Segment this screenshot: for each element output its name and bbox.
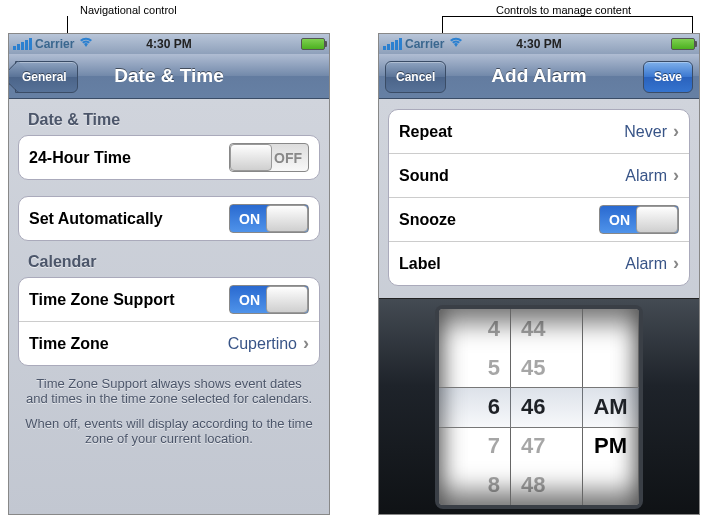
status-time: 4:30 PM (379, 37, 699, 51)
status-bar: Carrier 4:30 PM (379, 34, 699, 54)
row-value: Alarm (625, 167, 667, 185)
footer-text-1: Time Zone Support always shows event dat… (18, 366, 320, 416)
toggle-tz-support[interactable]: ON (229, 285, 309, 314)
row-label: Label (399, 255, 625, 273)
row-snooze[interactable]: Snooze ON (389, 198, 689, 242)
row-sound[interactable]: Sound Alarm › (389, 154, 689, 198)
annotation-right: Controls to manage content (496, 4, 631, 16)
status-time: 4:30 PM (9, 37, 329, 51)
row-time-zone[interactable]: Time Zone Cupertino › (19, 322, 319, 365)
section-header-calendar: Calendar (18, 241, 320, 277)
chevron-right-icon: › (673, 121, 679, 142)
row-label-alarm[interactable]: Label Alarm › (389, 242, 689, 285)
picker-col-hour[interactable]: 4 5 6 7 8 (439, 309, 511, 505)
row-label: 24-Hour Time (29, 149, 229, 167)
row-label: Sound (399, 167, 625, 185)
chevron-right-icon: › (673, 253, 679, 274)
row-label: Set Automatically (29, 210, 229, 228)
back-button[interactable]: General (15, 61, 78, 93)
row-value: Never (624, 123, 667, 141)
row-time-zone-support[interactable]: Time Zone Support ON (19, 278, 319, 322)
annotation-left: Navigational control (80, 4, 177, 16)
toggle-24-hour[interactable]: OFF (229, 143, 309, 172)
picker-col-minute[interactable]: 44 45 46 47 48 (511, 309, 583, 505)
chevron-right-icon: › (303, 333, 309, 354)
phone-add-alarm: Carrier 4:30 PM Cancel Add Alarm Save Re… (378, 33, 700, 515)
page-title: Add Alarm (491, 65, 586, 87)
row-set-automatically[interactable]: Set Automatically ON (19, 197, 319, 240)
picker-col-ampm[interactable]: AM PM (583, 309, 639, 505)
nav-bar: General Date & Time (9, 54, 329, 99)
page-title: Date & Time (114, 65, 223, 87)
content-area: Repeat Never › Sound Alarm › Snooze ON L… (379, 99, 699, 515)
battery-icon (671, 38, 695, 50)
row-label: Time Zone Support (29, 291, 229, 309)
nav-bar: Cancel Add Alarm Save (379, 54, 699, 99)
row-repeat[interactable]: Repeat Never › (389, 110, 689, 154)
row-24-hour-time[interactable]: 24-Hour Time OFF (19, 136, 319, 179)
toggle-snooze[interactable]: ON (599, 205, 679, 234)
cancel-button[interactable]: Cancel (385, 61, 446, 93)
footer-text-2: When off, events will display according … (18, 416, 320, 456)
section-header-datetime: Date & Time (18, 99, 320, 135)
row-value: Cupertino (228, 335, 297, 353)
row-label: Time Zone (29, 335, 228, 353)
toggle-set-automatically[interactable]: ON (229, 204, 309, 233)
status-bar: Carrier 4:30 PM (9, 34, 329, 54)
save-button[interactable]: Save (643, 61, 693, 93)
battery-icon (301, 38, 325, 50)
row-label: Repeat (399, 123, 624, 141)
chevron-right-icon: › (673, 165, 679, 186)
row-label: Snooze (399, 211, 599, 229)
phone-date-time: Carrier 4:30 PM General Date & Time Date… (8, 33, 330, 515)
row-value: Alarm (625, 255, 667, 273)
content-area: Date & Time 24-Hour Time OFF Set Automat… (9, 99, 329, 515)
time-picker[interactable]: 4 5 6 7 8 44 45 46 47 48 AM PM (379, 298, 699, 515)
